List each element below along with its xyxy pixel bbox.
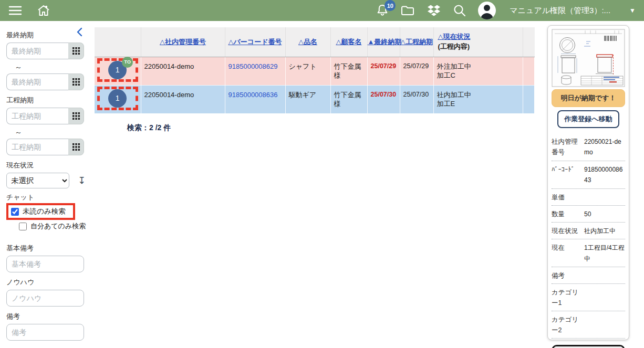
final-due-range-separator: ～ bbox=[15, 63, 94, 72]
final-due-to-input[interactable] bbox=[6, 73, 68, 90]
process-due-from-calendar-button[interactable] bbox=[68, 108, 84, 124]
final-due-from-input[interactable] bbox=[6, 43, 68, 59]
table-row[interactable]: 1 22050014-demo 9185000008636 駆動ギア 竹下金属様… bbox=[95, 85, 534, 113]
chat-label: チャット bbox=[6, 193, 94, 202]
folder-icon[interactable] bbox=[400, 4, 415, 17]
field-value: 22050021-demo bbox=[584, 136, 625, 158]
field-label: 現在状況 bbox=[552, 226, 584, 236]
arrow-down-from-bar-icon[interactable]: ↧ bbox=[78, 176, 86, 185]
field-value bbox=[584, 270, 625, 281]
field-category2: カテゴリー2 bbox=[552, 311, 625, 339]
process-due-from-input[interactable] bbox=[6, 108, 68, 124]
notification-bell-icon[interactable]: 10 bbox=[376, 4, 389, 17]
account-label: マニュアル権限（管理3）:... bbox=[510, 6, 610, 16]
field-value: 50 bbox=[584, 209, 625, 219]
status-line: 外注加工中 bbox=[437, 62, 471, 70]
final-due-to-calendar-button[interactable] bbox=[68, 73, 84, 90]
cell-process-due: 25/07/29 bbox=[400, 57, 433, 85]
results-table: △社内管理番号 △バーコード番号 △品名 △顧客名 ▲最終納期 △工程納期 △現… bbox=[95, 27, 535, 114]
drawing-thumbnail[interactable] bbox=[552, 29, 625, 87]
user-avatar[interactable] bbox=[478, 2, 496, 19]
search-results-area: △社内管理番号 △バーコード番号 △品名 △顧客名 ▲最終納期 △工程納期 △現… bbox=[95, 27, 535, 133]
status-label: 現在状況 bbox=[6, 161, 94, 170]
to-badge: TO bbox=[122, 57, 133, 68]
status-select[interactable]: 未選択 bbox=[6, 173, 69, 188]
sort-final-due[interactable]: ▲最終納期 bbox=[368, 38, 402, 46]
chat-count: 1 bbox=[116, 65, 120, 75]
cell-barcode-link[interactable]: 9185000008636 bbox=[225, 85, 285, 113]
chat-highlight-dashed-box: 1 TO bbox=[97, 58, 138, 82]
field-label: 数量 bbox=[552, 209, 584, 219]
to-me-only-label: 自分あてのみ検索 bbox=[30, 222, 86, 231]
account-dropdown-caret-icon[interactable]: ▼ bbox=[629, 7, 636, 14]
sort-barcode[interactable]: △バーコード番号 bbox=[228, 38, 282, 46]
search-icon[interactable] bbox=[453, 4, 466, 17]
search-filter-sidebar: 最終納期 ～ 工程納期 ～ 現在状況 未選択 ↧ チャット 未読のみ検索 bbox=[0, 21, 94, 348]
process-due-range-separator: ～ bbox=[15, 128, 94, 138]
field-control-no: 社内管理番号 22050021-demo bbox=[552, 133, 625, 161]
cell-product: シャフト bbox=[285, 57, 330, 85]
unread-only-label: 未読のみ検索 bbox=[23, 207, 66, 216]
process-due-to-calendar-button[interactable] bbox=[68, 139, 84, 155]
knowhow-input[interactable] bbox=[6, 290, 84, 307]
field-unit-price: 単価 bbox=[552, 189, 625, 206]
field-label: カテゴリー1 bbox=[552, 287, 584, 308]
note-input[interactable] bbox=[6, 324, 84, 341]
cell-final-due: 25/07/30 bbox=[367, 85, 400, 113]
field-label: 備考 bbox=[552, 270, 584, 281]
sort-customer[interactable]: △顧客名 bbox=[336, 38, 362, 46]
go-to-work-registration-button[interactable]: 作業登録へ移動 bbox=[557, 110, 619, 128]
process-line: 加工E bbox=[437, 100, 455, 108]
process-due-label: 工程納期 bbox=[6, 96, 94, 105]
field-label: カテゴリー2 bbox=[552, 314, 584, 335]
field-value bbox=[584, 287, 625, 308]
field-category1: カテゴリー1 bbox=[552, 284, 625, 311]
field-status: 現在状況 社内加工中 bbox=[552, 223, 625, 239]
field-current-process: 現在 1工程目/4工程中 bbox=[552, 239, 625, 267]
home-icon[interactable] bbox=[37, 4, 50, 17]
cell-barcode-link[interactable]: 9185000008629 bbox=[225, 57, 285, 85]
field-value: 社内加工中 bbox=[584, 226, 625, 236]
sort-product[interactable]: △品名 bbox=[298, 38, 317, 46]
header-select-column bbox=[95, 27, 141, 57]
cell-extra bbox=[523, 85, 534, 113]
field-note: 備考 bbox=[552, 267, 625, 284]
field-label: 現在 bbox=[552, 242, 584, 264]
field-label: 単価 bbox=[552, 192, 584, 203]
chat-count-badge[interactable]: 1 bbox=[108, 89, 127, 108]
final-due-from-calendar-button[interactable] bbox=[68, 43, 84, 59]
note-label: 備考 bbox=[6, 312, 94, 321]
to-me-only-checkbox[interactable] bbox=[19, 223, 27, 230]
detail-fields: 社内管理番号 22050021-demo ﾊﾞｰｺｰﾄﾞ 91850000086… bbox=[552, 133, 625, 339]
cell-customer: 竹下金属様 bbox=[330, 85, 367, 113]
sort-process-due[interactable]: △工程納期 bbox=[400, 38, 433, 46]
chat-count-badge[interactable]: 1 TO bbox=[108, 61, 127, 79]
process-due-to-input[interactable] bbox=[6, 139, 68, 155]
sort-status[interactable]: △現在状況 bbox=[438, 33, 471, 40]
table-row[interactable]: 1 TO 22050014-demo 9185000008629 シャフト 竹下… bbox=[95, 57, 534, 85]
chat-count: 1 bbox=[116, 93, 120, 103]
status-line: 社内加工中 bbox=[437, 91, 471, 99]
cell-process-due: 25/07/30 bbox=[400, 85, 433, 113]
table-header-row: △社内管理番号 △バーコード番号 △品名 △顧客名 ▲最終納期 △工程納期 △現… bbox=[95, 27, 534, 57]
dropbox-icon[interactable] bbox=[427, 4, 441, 17]
result-count: 検索：2 /2 件 bbox=[127, 123, 535, 133]
collapse-sidebar-icon[interactable] bbox=[76, 27, 84, 39]
basic-note-input[interactable] bbox=[6, 256, 84, 272]
process-step-card[interactable]: 1/4 社内 開始 内容 部品加工A 納期 2025/07/31 bbox=[552, 345, 625, 348]
cell-customer: 竹下金属様 bbox=[330, 57, 367, 85]
cell-control-no: 22050014-demo bbox=[141, 85, 225, 113]
cell-product: 駆動ギア bbox=[285, 85, 330, 113]
basic-note-label: 基本備考 bbox=[6, 244, 94, 253]
field-barcode: ﾊﾞｰｺｰﾄﾞ 9185000008643 bbox=[552, 161, 625, 189]
sort-control-no[interactable]: △社内管理番号 bbox=[160, 38, 206, 46]
cell-status: 外注加工中 加工C bbox=[433, 57, 523, 85]
unread-only-checkbox[interactable] bbox=[11, 208, 19, 216]
cell-control-no: 22050014-demo bbox=[141, 57, 225, 85]
field-value: 1工程目/4工程中 bbox=[584, 242, 625, 264]
hamburger-menu-icon[interactable] bbox=[8, 5, 22, 16]
field-value: 9185000008643 bbox=[584, 164, 625, 186]
field-value bbox=[584, 192, 625, 203]
field-label: ﾊﾞｰｺｰﾄﾞ bbox=[552, 164, 584, 186]
notification-count-badge: 10 bbox=[385, 0, 396, 11]
